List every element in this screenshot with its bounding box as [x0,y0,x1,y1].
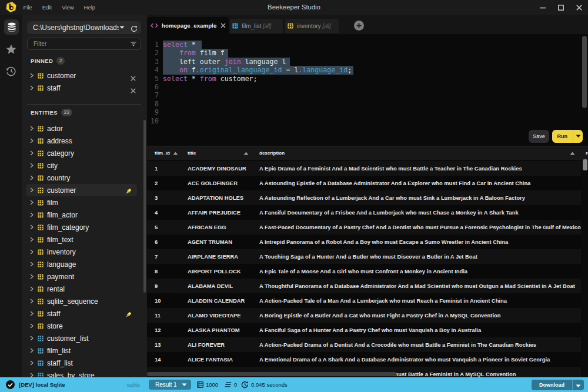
table-row[interactable]: 11ALAMO VIDEOTAPEA Boring Epistle of a B… [147,308,581,323]
expand-chevron[interactable] [30,348,35,353]
entity-item-inventory[interactable]: inventory [26,246,137,258]
expand-chevron[interactable] [30,150,35,156]
results-horizontal-scrollbar[interactable] [147,372,396,376]
tables-rail-button[interactable] [4,19,19,35]
pinned-indicator[interactable] [125,186,132,197]
table-row[interactable]: 5AFRICAN EGGA Fast-Paced Documentary of … [147,220,581,234]
entity-item-category[interactable]: category [26,147,137,159]
table-row[interactable]: 10ALADDIN CALENDARA Action-Packed Tale o… [147,293,581,308]
entity-item-sales_by_store[interactable]: sales_by_store [26,369,137,377]
entity-item-film[interactable]: film [26,196,137,209]
pinned-item-staff[interactable]: staff [26,82,137,94]
table-row[interactable]: 8AIRPORT POLLOCKA Epic Tale of a Moose A… [147,264,581,279]
new-tab-button[interactable] [354,21,364,31]
table-row[interactable]: 4AFFAIR PREJUDICEA Fanciful Documentary … [147,205,581,220]
entity-item-language[interactable]: language [26,258,137,270]
sql-editor[interactable]: 1select *2 from film f3 left outer join … [147,34,588,128]
maximize-button[interactable] [552,0,570,15]
entity-item-customer_list[interactable]: customer_list [26,332,137,344]
entity-item-customer[interactable]: customer [26,184,137,196]
table-row[interactable]: 7AIRPLANE SIERRAA Touching Saga of a Hun… [147,249,581,264]
table-row[interactable]: 1ACADEMY DINOSAURA Epic Drama of a Femin… [147,161,581,176]
refresh-button[interactable] [131,24,138,35]
table-grid-icon [38,360,44,366]
editor-scrollbar[interactable] [582,36,587,108]
entity-item-country[interactable]: country [26,172,137,184]
table-row[interactable]: 14ALICE FANTASIAA Emotional Drama of a A… [147,352,581,367]
results-vertical-scrollbar[interactable] [583,159,587,170]
expand-chevron[interactable] [30,360,35,366]
expand-chevron[interactable] [30,212,35,217]
expand-chevron[interactable] [30,200,35,205]
column-header-description[interactable]: description [253,146,581,160]
entity-name: customer_list [47,334,89,343]
expand-chevron[interactable] [30,187,35,193]
column-header-title[interactable]: title [183,146,253,160]
expand-chevron[interactable] [30,73,35,78]
column-header-release_year[interactable]: release_year [581,146,588,160]
unpin-button[interactable] [131,85,136,96]
entity-item-payment[interactable]: payment [26,270,137,283]
close-button[interactable] [570,0,588,15]
expand-chevron[interactable] [30,225,35,230]
expand-chevron[interactable] [30,336,35,341]
entity-item-address[interactable]: address [26,135,137,147]
run-options-caret[interactable] [573,135,583,138]
tab-homepage_example[interactable]: homepage_example [147,17,229,34]
favorites-rail-button[interactable] [6,44,16,57]
expand-chevron[interactable] [30,126,35,131]
save-button[interactable]: Save [529,130,549,143]
history-rail-button[interactable] [6,66,16,79]
expand-chevron[interactable] [30,85,35,91]
expand-chevron[interactable] [30,323,35,329]
download-button[interactable]: Download [532,380,584,390]
pinned-indicator[interactable] [125,310,132,320]
sort-asc-icon[interactable] [173,152,178,155]
expand-chevron[interactable] [30,373,35,377]
sort-asc-icon[interactable] [570,152,575,155]
entity-item-actor[interactable]: actor [26,122,137,135]
expand-chevron[interactable] [30,138,35,143]
result-selector-button[interactable]: Result 1 [149,380,191,390]
download-options-caret[interactable] [573,380,584,390]
entity-item-film_list[interactable]: film_list [26,344,137,357]
entity-item-staff[interactable]: staff [26,307,137,320]
entity-item-city[interactable]: city [26,159,137,172]
entity-item-film_text[interactable]: film_text [26,233,137,246]
column-header-film_id[interactable]: film_id [147,146,183,160]
table-row[interactable]: 2ACE GOLDFINGERA Astounding Epistle of a… [147,176,581,190]
table-row[interactable]: 12ALASKA PHANTOMA Fanciful Saga of a Hun… [147,323,581,337]
table-row[interactable]: 9ALABAMA DEVILA Thoughtful Panorama of a… [147,279,581,293]
run-button[interactable]: Run [552,130,583,143]
entity-item-film_actor[interactable]: film_actor [26,209,137,221]
entity-item-rental[interactable]: rental [26,283,137,295]
minimize-button[interactable] [533,0,552,15]
table-row[interactable]: 13ALI FOREVERA Action-Packed Drama of a … [147,337,581,352]
pinned-item-customer[interactable]: customer [26,69,137,82]
expand-chevron[interactable] [30,299,35,304]
expand-chevron[interactable] [30,249,35,254]
connection-selector[interactable]: C:\Users\ghstng\Downloads [27,21,141,34]
entity-item-sqlite_sequence[interactable]: sqlite_sequence [26,295,137,307]
close-tab-button[interactable] [220,23,226,28]
expand-chevron[interactable] [30,175,35,180]
tab-film_list[interactable]: film_list [all] [230,19,283,33]
table-row[interactable]: 3ADAPTATION HOLESA Astounding Reflection… [147,190,581,205]
row-count: 1000 [206,381,218,388]
expand-chevron[interactable] [30,311,35,316]
entity-item-film_category[interactable]: film_category [26,221,137,233]
table-row[interactable]: 6AGENT TRUMANA Intrepid Panorama of a Ro… [147,234,581,249]
expand-chevron[interactable] [30,262,35,267]
expand-chevron[interactable] [30,286,35,292]
expand-chevron[interactable] [30,274,35,279]
code-text: from film f [163,49,225,57]
expand-chevron[interactable] [30,163,35,168]
entity-item-staff_list[interactable]: staff_list [26,357,137,369]
entity-filter-input[interactable]: Filter [27,38,141,50]
entity-item-store[interactable]: store [26,320,137,332]
sidebar-scrollbar[interactable] [143,120,146,293]
tab-inventory[interactable]: inventory [all] [285,19,339,33]
run-button-label[interactable]: Run [552,133,573,139]
expand-chevron[interactable] [30,237,35,242]
sort-asc-icon[interactable] [243,152,249,155]
